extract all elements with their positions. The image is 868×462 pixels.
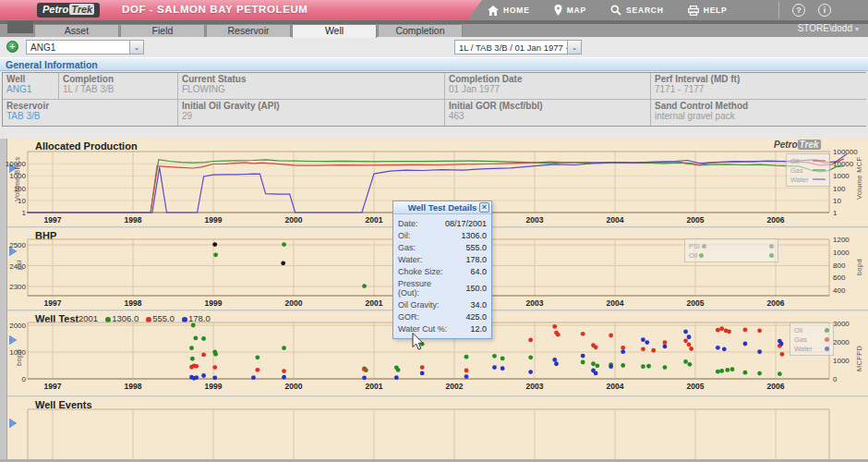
bhp-yaxis-left-label: psi (15, 261, 23, 271)
tab-field[interactable]: Field (120, 24, 205, 37)
tab-completion[interactable]: Completion (378, 24, 463, 37)
svg-text:2006: 2006 (767, 298, 785, 308)
mouse-cursor (412, 333, 425, 351)
svg-text:2000: 2000 (285, 382, 303, 391)
svg-text:2006: 2006 (767, 215, 785, 225)
general-info-table: WellANG1 Completion1L / TAB 3/B Current … (2, 72, 866, 127)
svg-text:1000: 1000 (833, 357, 850, 365)
well-events-chart[interactable] (0, 397, 868, 459)
svg-text:0: 0 (833, 375, 838, 383)
svg-text:100000: 100000 (833, 148, 858, 156)
well-test-legend: OilGasWater (790, 322, 834, 356)
reservoir-link[interactable]: TAB 3/B (6, 111, 174, 121)
popup-row: Pressure (Out):150.0 (398, 277, 487, 298)
svg-text:2000: 2000 (285, 215, 303, 225)
popup-title[interactable]: Well Test Details × (393, 201, 491, 214)
popup-row: Date:08/17/2001 (398, 217, 487, 229)
home-icon (488, 6, 499, 16)
logo-trek: Trek (69, 4, 94, 15)
svg-text:1999: 1999 (205, 298, 223, 308)
user-name: STORE\dodd (798, 23, 852, 33)
svg-text:2000: 2000 (285, 298, 303, 308)
legend-dot-icon (699, 253, 704, 258)
svg-text:2005: 2005 (687, 298, 705, 308)
svg-text:2006: 2006 (767, 382, 785, 391)
allocated-yaxis-left-label: Volume BBLs (13, 157, 21, 201)
legend-dot-icon (825, 337, 829, 342)
map-pin-icon (554, 5, 562, 16)
gi-cell-oil-gravity: Initial Oil Gravity (API)29 (178, 100, 444, 126)
svg-text:2001: 2001 (366, 298, 383, 308)
svg-text:2300: 2300 (9, 283, 26, 291)
legend-line-sample (813, 178, 826, 180)
svg-text:1999: 1999 (205, 215, 223, 225)
chevron-down-icon[interactable]: ⌄ (567, 41, 581, 54)
close-icon[interactable]: × (479, 202, 489, 213)
well-link[interactable]: ANG1 (6, 84, 54, 94)
svg-text:1: 1 (22, 209, 27, 217)
nav-search[interactable]: SEARCH (610, 5, 664, 16)
gi-cell-perf-interval: Perf Interval (MD ft)7171 - 7177 (651, 73, 868, 99)
svg-text:1000: 1000 (833, 249, 850, 257)
add-well-button[interactable]: + (6, 41, 18, 53)
svg-text:1997: 1997 (44, 215, 62, 225)
popup-row: Gas:555.0 (398, 241, 487, 253)
svg-text:400: 400 (833, 286, 846, 295)
nav-map[interactable]: MAP (554, 5, 586, 16)
svg-text:1: 1 (833, 209, 838, 217)
nav-home[interactable]: HOME (488, 6, 530, 16)
svg-text:10000: 10000 (833, 160, 854, 168)
popup-body: Date:08/17/2001Oil:1306.0Gas:555.0Water:… (393, 214, 491, 338)
svg-text:600: 600 (833, 274, 846, 282)
app-title: DOF - SALMON BAY PETROLEUM (122, 4, 308, 15)
tab-reservoir[interactable]: Reservoir (206, 24, 291, 37)
legend-dot-icon (702, 244, 706, 249)
general-info-header: General Information (0, 57, 868, 71)
legend-dot-icon (825, 328, 829, 333)
gi-cell-reservoir: ReservoirTAB 3/B (3, 100, 177, 126)
main-nav: HOME MAP SEARCH HELP (488, 0, 728, 20)
svg-text:1997: 1997 (44, 298, 62, 308)
tab-asset[interactable]: Asset (34, 24, 119, 37)
svg-text:2001: 2001 (366, 382, 383, 391)
well-test-yaxis-left-label: bopd (15, 349, 23, 366)
nav-divider (778, 2, 779, 18)
svg-text:2005: 2005 (687, 382, 705, 391)
user-menu[interactable]: STORE\dodd▾ (798, 23, 859, 33)
help-icon (688, 6, 699, 16)
legend-dot-icon (769, 253, 774, 258)
well-test-details-popup: Well Test Details × Date:08/17/2001Oil:1… (392, 201, 492, 339)
nav-map-label: MAP (567, 6, 586, 15)
gi-cell-completion: Completion1L / TAB 3/B (59, 73, 177, 99)
popup-row: GOR:425.0 (398, 310, 487, 322)
nav-search-label: SEARCH (626, 6, 664, 15)
svg-text:0: 0 (22, 375, 27, 383)
well-select[interactable]: ANG1 ⌄ (26, 40, 144, 55)
bhp-legend: PSI Oil (684, 238, 778, 262)
svg-text:2003: 2003 (526, 215, 544, 225)
legend-dot-icon (825, 346, 829, 351)
nav-help-label: HELP (704, 6, 728, 15)
gi-cell-current-status: Current StatusFLOWING (178, 73, 444, 99)
svg-text:1998: 1998 (125, 215, 142, 225)
svg-text:1998: 1998 (125, 382, 142, 391)
svg-text:3000: 3000 (833, 320, 850, 328)
completion-select[interactable]: 1L / TAB 3/B / 01 Jan 1977 - ⌄ (454, 40, 582, 55)
svg-text:2003: 2003 (526, 382, 544, 391)
legend-line-sample (813, 160, 826, 162)
nav-help[interactable]: HELP (688, 6, 728, 16)
help-circle-button[interactable]: ? (792, 4, 805, 17)
svg-text:2500: 2500 (9, 241, 26, 249)
allocated-legend: OilGasWater (786, 153, 830, 187)
chevron-down-icon[interactable]: ⌄ (129, 41, 143, 54)
svg-text:1997: 1997 (44, 382, 62, 391)
svg-text:1200: 1200 (833, 236, 850, 244)
legend-line-sample (813, 169, 826, 171)
search-icon (610, 5, 621, 16)
gi-cell-initial-gor: Initial GOR (Mscf/bbl)463 (445, 100, 650, 126)
popup-row: Oil:1306.0 (398, 229, 487, 241)
svg-text:2004: 2004 (607, 215, 624, 225)
well-test-yaxis-right-label: MCFPD (855, 346, 863, 371)
tab-well[interactable]: Well (292, 24, 377, 38)
info-circle-button[interactable]: i (818, 4, 831, 17)
